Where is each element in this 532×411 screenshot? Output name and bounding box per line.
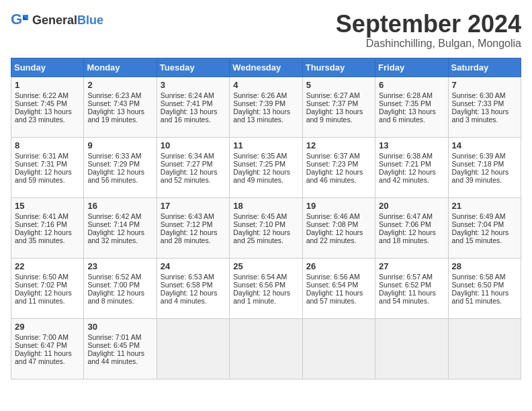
table-row: 6Sunrise: 6:28 AMSunset: 7:35 PMDaylight…	[375, 77, 448, 137]
day-info: Sunrise: 6:49 AM	[452, 212, 517, 220]
day-info: and 51 minutes.	[452, 297, 517, 305]
day-info: Sunset: 7:06 PM	[379, 220, 444, 228]
day-info: Daylight: 12 hours	[306, 228, 371, 236]
table-row: 2Sunrise: 6:23 AMSunset: 7:43 PMDaylight…	[84, 77, 157, 137]
day-info: Sunset: 7:33 PM	[452, 99, 517, 107]
day-info: and 35 minutes.	[15, 236, 80, 244]
day-info: Sunrise: 6:24 AM	[161, 91, 226, 99]
day-info: Sunrise: 6:58 AM	[452, 273, 517, 281]
day-info: Sunrise: 6:30 AM	[452, 91, 517, 99]
day-info: and 11 minutes.	[15, 297, 80, 305]
day-info: Daylight: 12 hours	[161, 289, 226, 297]
calendar-week-row: 8Sunrise: 6:31 AMSunset: 7:31 PMDaylight…	[11, 137, 521, 197]
table-row: 13Sunrise: 6:38 AMSunset: 7:21 PMDayligh…	[375, 137, 448, 197]
day-info: Daylight: 12 hours	[15, 228, 80, 236]
table-row	[230, 318, 302, 379]
day-info: Sunset: 7:08 PM	[306, 220, 371, 228]
header-thursday: Thursday	[302, 58, 375, 77]
day-info: Sunset: 6:52 PM	[379, 281, 444, 289]
logo-general: General	[32, 13, 77, 27]
table-row	[375, 318, 448, 379]
day-number: 12	[306, 140, 371, 150]
day-info: Sunset: 6:58 PM	[161, 281, 226, 289]
table-row: 7Sunrise: 6:30 AMSunset: 7:33 PMDaylight…	[448, 77, 521, 137]
day-info: Daylight: 12 hours	[15, 289, 80, 297]
day-info: Daylight: 12 hours	[233, 289, 298, 297]
day-info: Sunrise: 6:42 AM	[87, 212, 152, 220]
table-row: 30Sunrise: 7:01 AMSunset: 6:45 PMDayligh…	[84, 318, 157, 379]
table-row: 19Sunrise: 6:46 AMSunset: 7:08 PMDayligh…	[302, 197, 375, 258]
day-info: Sunrise: 6:22 AM	[15, 91, 80, 99]
day-info: and 47 minutes.	[15, 357, 80, 365]
day-info: Sunset: 7:12 PM	[161, 220, 226, 228]
table-row: 28Sunrise: 6:58 AMSunset: 6:50 PMDayligh…	[448, 258, 521, 318]
day-info: Sunrise: 6:35 AM	[233, 152, 298, 160]
table-row: 3Sunrise: 6:24 AMSunset: 7:41 PMDaylight…	[157, 77, 229, 137]
day-number: 30	[87, 322, 152, 332]
day-info: Sunrise: 6:37 AM	[306, 152, 371, 160]
header: G GeneralBlue September 2024 Dashinchill…	[11, 11, 521, 50]
day-info: Daylight: 12 hours	[452, 228, 517, 236]
day-info: Sunrise: 6:43 AM	[161, 212, 226, 220]
day-number: 23	[87, 261, 152, 271]
day-info: and 25 minutes.	[233, 236, 298, 244]
day-info: and 57 minutes.	[306, 297, 371, 305]
day-info: Sunset: 7:35 PM	[379, 99, 444, 107]
table-row: 24Sunrise: 6:53 AMSunset: 6:58 PMDayligh…	[157, 258, 229, 318]
day-info: and 15 minutes.	[452, 236, 517, 244]
calendar-week-row: 1Sunrise: 6:22 AMSunset: 7:45 PMDaylight…	[11, 77, 521, 137]
day-number: 25	[233, 261, 298, 271]
table-row: 15Sunrise: 6:41 AMSunset: 7:16 PMDayligh…	[11, 197, 84, 258]
day-info: and 59 minutes.	[15, 176, 80, 184]
day-info: Sunset: 6:45 PM	[87, 341, 152, 349]
day-number: 11	[233, 140, 298, 150]
day-info: Sunrise: 6:41 AM	[15, 212, 80, 220]
table-row: 16Sunrise: 6:42 AMSunset: 7:14 PMDayligh…	[84, 197, 157, 258]
day-info: and 54 minutes.	[379, 297, 444, 305]
calendar-week-row: 22Sunrise: 6:50 AMSunset: 7:02 PMDayligh…	[11, 258, 521, 318]
day-info: Sunset: 7:29 PM	[87, 160, 152, 168]
day-info: Daylight: 13 hours	[161, 107, 226, 116]
day-info: and 13 minutes.	[233, 116, 298, 124]
day-info: Sunset: 7:45 PM	[15, 99, 80, 107]
day-info: Daylight: 12 hours	[306, 168, 371, 176]
day-info: Sunset: 7:21 PM	[379, 160, 444, 168]
table-row: 10Sunrise: 6:34 AMSunset: 7:27 PMDayligh…	[157, 137, 229, 197]
day-info: and 22 minutes.	[306, 236, 371, 244]
day-info: Daylight: 12 hours	[15, 168, 80, 176]
day-info: Sunrise: 7:00 AM	[15, 333, 80, 341]
table-row: 25Sunrise: 6:54 AMSunset: 6:56 PMDayligh…	[230, 258, 302, 318]
day-info: and 42 minutes.	[379, 176, 444, 184]
day-info: Sunrise: 6:56 AM	[306, 273, 371, 281]
day-info: Daylight: 12 hours	[233, 228, 298, 236]
day-info: and 39 minutes.	[452, 176, 517, 184]
day-info: Sunset: 7:14 PM	[87, 220, 152, 228]
day-info: Sunset: 7:00 PM	[87, 281, 152, 289]
day-info: Sunrise: 6:39 AM	[452, 152, 517, 160]
table-row	[302, 318, 375, 379]
day-info: Sunrise: 6:47 AM	[379, 212, 444, 220]
table-row: 11Sunrise: 6:35 AMSunset: 7:25 PMDayligh…	[230, 137, 302, 197]
title-area: September 2024 Dashinchilling, Bulgan, M…	[336, 11, 521, 50]
day-info: and 19 minutes.	[87, 116, 152, 124]
day-number: 18	[233, 201, 298, 211]
day-info: and 16 minutes.	[161, 116, 226, 124]
day-number: 24	[161, 261, 226, 271]
day-number: 22	[15, 261, 80, 271]
table-row	[448, 318, 521, 379]
day-info: and 28 minutes.	[161, 236, 226, 244]
day-info: Daylight: 12 hours	[161, 168, 226, 176]
day-info: Sunset: 7:43 PM	[87, 99, 152, 107]
table-row: 8Sunrise: 6:31 AMSunset: 7:31 PMDaylight…	[11, 137, 84, 197]
table-row: 14Sunrise: 6:39 AMSunset: 7:18 PMDayligh…	[448, 137, 521, 197]
day-number: 19	[306, 201, 371, 211]
day-number: 26	[306, 261, 371, 271]
table-row: 12Sunrise: 6:37 AMSunset: 7:23 PMDayligh…	[302, 137, 375, 197]
day-number: 7	[452, 80, 517, 90]
table-row: 9Sunrise: 6:33 AMSunset: 7:29 PMDaylight…	[84, 137, 157, 197]
table-row	[157, 318, 229, 379]
day-info: and 23 minutes.	[15, 116, 80, 124]
calendar-table: Sunday Monday Tuesday Wednesday Thursday…	[11, 58, 521, 379]
day-info: Sunset: 7:16 PM	[15, 220, 80, 228]
day-info: Sunset: 6:56 PM	[233, 281, 298, 289]
